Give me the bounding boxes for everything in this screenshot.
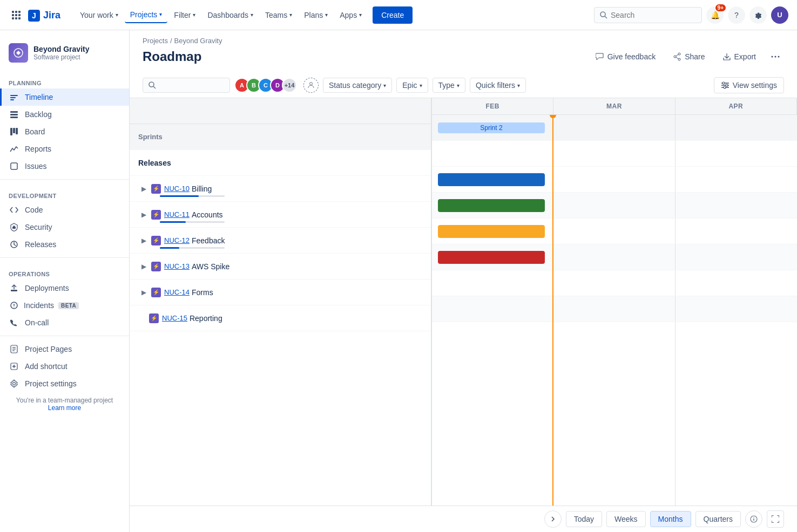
type-filter[interactable]: Type ▾ [433,78,465,93]
sprint-label: Sprint 2 [480,124,502,132]
expand-button[interactable]: ▶ [138,183,149,194]
sidebar-item-label: On-call [25,318,49,327]
code-icon [9,206,19,214]
expand-button[interactable]: ▶ [138,261,149,272]
progress-fill [160,221,186,223]
page-actions: Give feedback Share Export [589,49,784,64]
nav-arrow: ▾ [116,12,118,18]
reports-icon [9,145,19,153]
help-button[interactable]: ? [728,6,745,24]
person-filter-button[interactable] [303,78,319,93]
sidebar-item-backlog[interactable]: Backlog [0,106,129,123]
settings-button[interactable] [749,6,767,24]
expand-button[interactable]: ▶ [138,235,149,246]
search-input[interactable] [611,11,692,19]
roadmap-search[interactable] [143,78,230,93]
sidebar-footer-link[interactable]: Learn more [48,404,81,412]
megaphone-icon [596,52,604,61]
accounts-bar[interactable] [438,199,544,212]
svg-rect-2 [18,11,21,13]
item-type-icon: ⚡ [151,262,161,271]
user-avatar[interactable]: U [771,6,788,24]
top-navigation: J Jira Your work ▾ Projects ▾ Filter ▾ D… [0,0,797,30]
prev-nav-button[interactable] [544,510,562,528]
grid-menu-icon[interactable] [9,8,24,23]
export-button[interactable]: Export [716,49,762,64]
sidebar-item-board[interactable]: Board [0,123,129,140]
expand-button[interactable]: ▶ [138,287,149,298]
epic-filter[interactable]: Epic ▾ [396,78,428,93]
create-button[interactable]: Create [373,6,413,24]
sidebar-item-timeline[interactable]: Timeline [0,88,129,106]
nav-your-work[interactable]: Your work ▾ [75,8,124,23]
sidebar-item-code[interactable]: Code [0,201,129,219]
sidebar-item-reports[interactable]: Reports [0,140,129,158]
item-id[interactable]: NUC-11 [164,210,190,219]
board-icon [9,127,19,136]
info-icon [750,515,758,523]
nav-filter[interactable]: Filter ▾ [168,8,201,23]
quick-filters[interactable]: Quick filters ▾ [470,78,526,93]
info-button[interactable] [745,510,762,528]
awsspike-bar[interactable] [438,251,544,264]
avatar-count[interactable]: +14 [282,78,297,93]
item-id[interactable]: NUC-14 [164,288,190,296]
today-button[interactable]: Today [566,511,602,527]
breadcrumb-projects[interactable]: Projects [143,37,168,45]
item-type-icon: ⚡ [149,313,159,323]
item-id[interactable]: NUC-15 [162,314,187,322]
give-feedback-button[interactable]: Give feedback [589,49,663,64]
app-logo[interactable]: J Jira [28,8,66,23]
roadmap-search-icon [148,81,156,89]
view-settings-button[interactable]: View settings [714,77,784,93]
roadmap-search-input[interactable] [159,81,224,90]
sprints-label: Sprints [138,133,163,141]
sidebar-item-releases[interactable]: Releases [0,236,129,253]
fullscreen-button[interactable] [767,510,784,528]
months-button[interactable]: Months [650,511,691,527]
search-box[interactable] [594,7,702,23]
gantt-sprints-row: Sprints [130,124,431,150]
sidebar-item-label: Reports [25,145,51,153]
nav-arrow: ▾ [159,11,162,17]
item-name: Forms [192,288,213,297]
gantt-rows: Sprints Releases ▶ ⚡ NUC-10 Billing [130,124,431,506]
page-header: Roadmap Give feedback Share Export [130,47,797,73]
more-actions-button[interactable] [767,52,784,61]
item-name: Feedback [192,236,225,245]
sidebar-item-project-settings[interactable]: Project settings [0,375,129,392]
sidebar-item-on-call[interactable]: On-call [0,314,129,331]
filter-arrow-icon: ▾ [420,83,422,88]
sidebar-item-security[interactable]: Security [0,219,129,236]
gantt-months-header: FEB MAR APR [432,98,797,115]
share-icon [673,52,681,61]
sidebar-item-project-pages[interactable]: Project Pages [0,340,129,358]
sidebar-item-issues[interactable]: Issues [0,158,129,175]
nav-teams[interactable]: Teams ▾ [260,8,298,23]
svg-line-44 [676,57,678,59]
svg-rect-4 [15,14,17,16]
sidebar-item-incidents[interactable]: Incidents BETA [0,297,129,314]
quarters-button[interactable]: Quarters [695,511,741,527]
nav-plans[interactable]: Plans ▾ [299,8,333,23]
expand-button[interactable]: ▶ [138,209,149,220]
status-category-filter[interactable]: Status category ▾ [323,78,392,93]
add-shortcut-icon [9,362,19,371]
share-button[interactable]: Share [666,49,711,64]
svg-point-12 [600,12,605,17]
billing-bar[interactable] [438,173,544,186]
item-id[interactable]: NUC-13 [164,262,190,270]
svg-point-48 [778,56,780,58]
item-id[interactable]: NUC-10 [164,185,190,193]
nav-apps[interactable]: Apps ▾ [334,8,367,23]
item-id[interactable]: NUC-12 [164,236,190,244]
feedback-bar[interactable] [438,225,544,238]
sidebar-item-deployments[interactable]: Deployments [0,279,129,297]
nav-dashboards[interactable]: Dashboards ▾ [202,8,259,23]
sidebar-item-add-shortcut[interactable]: Add shortcut [0,358,129,375]
breadcrumb-project-name[interactable]: Beyond Gravity [174,37,222,45]
timeline-icon [9,93,19,101]
weeks-button[interactable]: Weeks [606,511,646,527]
nav-projects[interactable]: Projects ▾ [125,7,168,23]
notifications-button[interactable]: 🔔 9+ [706,6,724,24]
